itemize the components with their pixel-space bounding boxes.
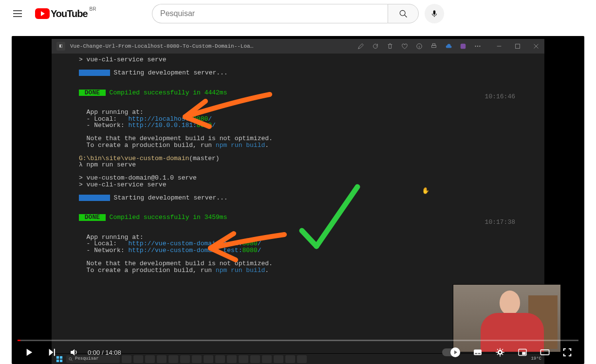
edit-icon	[357, 43, 364, 50]
svg-rect-29	[522, 352, 525, 355]
search-button[interactable]	[388, 4, 419, 23]
theater-icon	[539, 346, 551, 359]
hamburger-menu-button[interactable]	[8, 4, 27, 23]
svg-rect-19	[478, 353, 481, 354]
play-icon	[22, 346, 35, 359]
gear-icon	[494, 346, 506, 359]
svg-rect-20	[500, 348, 500, 350]
terminal-output: > vue-cli-service serve . Starting devel…	[52, 54, 544, 276]
more-icon	[474, 43, 481, 50]
miniplayer-icon	[516, 346, 529, 359]
svg-rect-23	[503, 352, 504, 352]
svg-point-7	[475, 46, 476, 47]
timestamp-2: 10:17:38	[485, 219, 515, 225]
youtube-logo[interactable]: YouTube BR	[35, 8, 96, 19]
captions-button[interactable]	[466, 341, 489, 364]
print-icon	[430, 43, 437, 50]
cloud-icon	[445, 43, 452, 50]
youtube-play-icon	[35, 8, 50, 19]
volume-button[interactable]	[62, 341, 85, 364]
fullscreen-button[interactable]	[556, 341, 578, 364]
youtube-header: YouTube BR	[0, 0, 596, 27]
trash-icon	[387, 43, 393, 50]
microphone-icon	[430, 9, 439, 18]
youtube-logo-text: YouTube	[51, 8, 88, 19]
svg-point-9	[479, 46, 480, 47]
svg-rect-24	[497, 349, 498, 350]
window-title: Vue-Change-Url-From-Localhost-8080-To-Cu…	[70, 44, 255, 49]
app-icon: ◧	[56, 42, 65, 51]
svg-rect-18	[475, 353, 477, 354]
app2-icon	[460, 43, 466, 50]
timestamp-1: 10:16:46	[485, 93, 515, 100]
svg-rect-6	[461, 44, 466, 49]
search-input[interactable]	[152, 4, 388, 23]
autoplay-toggle[interactable]	[442, 348, 460, 356]
refresh-icon	[372, 43, 379, 50]
video-player[interactable]: ◧ Vue-Change-Url-From-Localhost-8080-To-…	[12, 36, 584, 364]
miniplayer-button[interactable]	[511, 341, 534, 364]
info-icon	[416, 43, 423, 50]
captions-icon	[471, 346, 484, 359]
svg-rect-30	[540, 350, 549, 355]
svg-rect-2	[433, 10, 436, 15]
maximize-icon	[514, 43, 521, 50]
next-icon	[45, 346, 57, 359]
svg-line-1	[405, 15, 407, 18]
theater-button[interactable]	[534, 341, 556, 364]
svg-rect-25	[502, 354, 503, 355]
hamburger-icon	[12, 8, 23, 19]
player-controls: 0:00 / 14:08	[12, 341, 584, 364]
svg-rect-27	[497, 354, 498, 355]
svg-point-8	[477, 46, 478, 47]
play-button[interactable]	[18, 341, 40, 364]
close-icon	[533, 43, 540, 50]
volume-icon	[67, 346, 80, 359]
mouse-cursor-icon: ✋	[422, 188, 429, 194]
svg-rect-22	[496, 352, 498, 352]
window-titlebar: ◧ Vue-Change-Url-From-Localhost-8080-To-…	[52, 39, 544, 54]
minimize-icon	[496, 43, 503, 50]
heart-icon	[401, 43, 408, 50]
svg-rect-4	[432, 45, 436, 47]
search-icon	[398, 9, 408, 18]
fullscreen-icon	[561, 346, 574, 359]
svg-rect-21	[500, 355, 500, 357]
country-code: BR	[90, 6, 96, 12]
svg-rect-5	[432, 44, 435, 46]
svg-rect-26	[502, 349, 503, 350]
settings-button[interactable]	[489, 341, 511, 364]
next-button[interactable]	[40, 341, 62, 364]
voice-search-button[interactable]	[425, 4, 444, 23]
svg-rect-10	[516, 44, 520, 49]
svg-point-0	[400, 10, 405, 16]
time-display: 0:00 / 14:08	[88, 349, 121, 356]
svg-rect-17	[474, 349, 482, 355]
